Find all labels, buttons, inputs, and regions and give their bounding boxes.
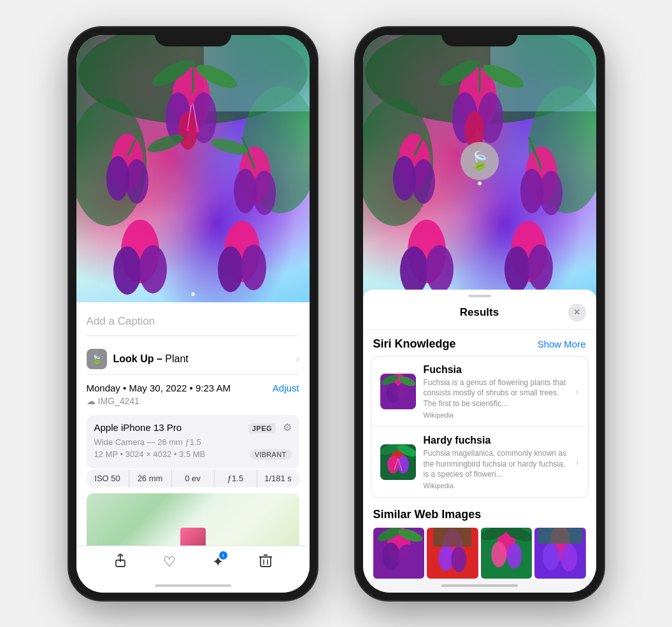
knowledge-item-hardy[interactable]: Hardy fuchsia Fuchsia magellanica, commo…: [371, 427, 588, 497]
svg-point-91: [506, 543, 522, 568]
sim-img-3-svg: [481, 528, 533, 578]
trash-icon: [259, 554, 272, 568]
similar-image-1[interactable]: [373, 528, 425, 578]
similar-image-2[interactable]: [427, 528, 478, 578]
svg-point-96: [543, 542, 559, 570]
map-thumbnail[interactable]: [87, 493, 299, 546]
similar-image-3[interactable]: [481, 528, 533, 578]
exif-exposure: 0 ev: [172, 470, 215, 487]
lookup-icon: 🍃: [87, 349, 107, 369]
svg-point-57: [527, 244, 553, 290]
show-more-button[interactable]: Show More: [538, 339, 586, 349]
svg-point-79: [382, 542, 400, 570]
resolution-text: 12 MP • 3024 × 4032 • 3.5 MB: [94, 449, 206, 459]
svg-point-72: [397, 456, 409, 474]
similar-image-4[interactable]: [534, 528, 586, 578]
svg-point-54: [425, 245, 454, 293]
fuchsia-info: Fuchsia Fuchsia is a genus of flowering …: [424, 364, 568, 419]
svg-point-48: [412, 159, 435, 204]
similar-title: Similar Web Images: [373, 508, 586, 521]
svg-point-15: [113, 246, 141, 295]
vibrant-badge: VIBRANT: [250, 449, 292, 460]
right-phone: 🍃 Results ✕ Siri Knowledge Show More: [355, 27, 604, 600]
left-phone: Add a Caption 🍃 Look Up – Plant › Monday…: [69, 27, 317, 600]
svg-point-51: [540, 171, 562, 215]
lookup-row[interactable]: 🍃 Look Up – Plant ›: [87, 344, 299, 375]
svg-rect-33: [261, 557, 271, 567]
hardy-chevron-icon: ›: [576, 457, 579, 467]
svg-point-66: [397, 383, 410, 403]
svg-point-23: [196, 129, 199, 132]
info-button[interactable]: ✦ i: [212, 554, 224, 570]
similar-images-grid: [373, 528, 586, 578]
exif-aperture: ƒ1.5: [215, 470, 257, 487]
exif-row: ISO 50 26 mm 0 ev ƒ1.5 1/181 s: [87, 470, 299, 487]
home-bar-right: [441, 584, 518, 587]
siri-lookup-icon: 🍃: [461, 142, 499, 180]
fuchsia-chevron-icon: ›: [576, 386, 579, 397]
hardy-source: Wikipedia: [424, 482, 568, 490]
svg-point-13: [253, 171, 276, 215]
knowledge-item-fuchsia[interactable]: Fuchsia Fuchsia is a genus of flowering …: [371, 356, 588, 427]
svg-point-97: [561, 544, 577, 572]
flower-svg-left: [76, 35, 310, 302]
drag-handle: [468, 295, 491, 297]
trash-button[interactable]: [259, 554, 272, 571]
svg-point-86: [451, 547, 466, 572]
svg-rect-87: [433, 528, 471, 547]
photo-area-right[interactable]: 🍃: [363, 35, 596, 302]
share-button[interactable]: [113, 554, 127, 571]
home-bar-left: [155, 584, 231, 587]
cloud-icon: ☁: [87, 396, 96, 406]
leaf-icon: 🍃: [468, 150, 490, 171]
exif-shutter: 1/181 s: [257, 470, 299, 487]
sim-img-4-svg: [534, 528, 586, 578]
sim-img-2-svg: [427, 528, 478, 578]
sim-img-1-svg: [373, 528, 425, 578]
svg-point-80: [397, 544, 415, 572]
fuchsia-thumb-svg: [380, 374, 416, 409]
camera-info-card: Apple iPhone 13 Pro JPEG ⚙ Wide Camera —…: [87, 415, 299, 468]
results-header: Results ✕: [363, 301, 596, 330]
info-badge: i: [219, 551, 227, 560]
notch-right: [441, 27, 518, 46]
hardy-info: Hardy fuchsia Fuchsia magellanica, commo…: [424, 435, 568, 490]
svg-point-19: [241, 244, 266, 290]
svg-point-22: [186, 127, 190, 131]
bottom-toolbar-left: ♡ ✦ i: [76, 546, 310, 579]
caption-input[interactable]: Add a Caption: [87, 313, 299, 336]
svg-point-16: [139, 245, 167, 293]
svg-point-10: [125, 159, 148, 204]
right-screen: 🍃 Results ✕ Siri Knowledge Show More: [363, 35, 596, 593]
siri-knowledge-header: Siri Knowledge Show More: [363, 330, 596, 356]
hardy-desc: Fuchsia magellanica, commonly known as t…: [424, 448, 568, 480]
home-indicator-right: [363, 579, 596, 593]
adjust-button[interactable]: Adjust: [273, 383, 299, 393]
specs-row: 12 MP • 3024 × 4032 • 3.5 MB VIBRANT: [94, 449, 292, 460]
siri-dot: [478, 181, 482, 185]
date-text: Monday • May 30, 2022 • 9:23 AM: [87, 383, 231, 393]
close-button[interactable]: ✕: [568, 304, 586, 321]
results-title: Results: [391, 306, 568, 319]
fuchsia-source: Wikipedia: [424, 411, 568, 419]
favorite-button[interactable]: ♡: [163, 554, 176, 570]
similar-section: Similar Web Images: [363, 503, 596, 578]
fuchsia-desc: Fuchsia is a genus of flowering plants t…: [424, 377, 568, 409]
date-row: Monday • May 30, 2022 • 9:23 AM Adjust: [87, 383, 299, 393]
notch: [155, 27, 231, 46]
svg-rect-98: [538, 528, 582, 544]
svg-point-18: [218, 246, 243, 292]
camera-model-text: Apple iPhone 13 Pro: [94, 422, 182, 433]
home-indicator-left: [76, 579, 310, 593]
left-screen: Add a Caption 🍃 Look Up – Plant › Monday…: [76, 35, 310, 593]
hardy-thumbnail: [380, 444, 416, 480]
knowledge-card: Fuchsia Fuchsia is a genus of flowering …: [371, 356, 589, 498]
results-content: Siri Knowledge Show More: [363, 330, 596, 579]
svg-point-53: [400, 246, 428, 295]
results-panel: Results ✕ Siri Knowledge Show More: [363, 290, 596, 579]
fuchsia-name: Fuchsia: [424, 364, 568, 376]
siri-knowledge-title: Siri Knowledge: [373, 337, 456, 351]
location-row: ☁ IMG_4241: [87, 396, 299, 406]
svg-point-90: [491, 542, 506, 567]
photo-area-left[interactable]: [76, 35, 310, 302]
